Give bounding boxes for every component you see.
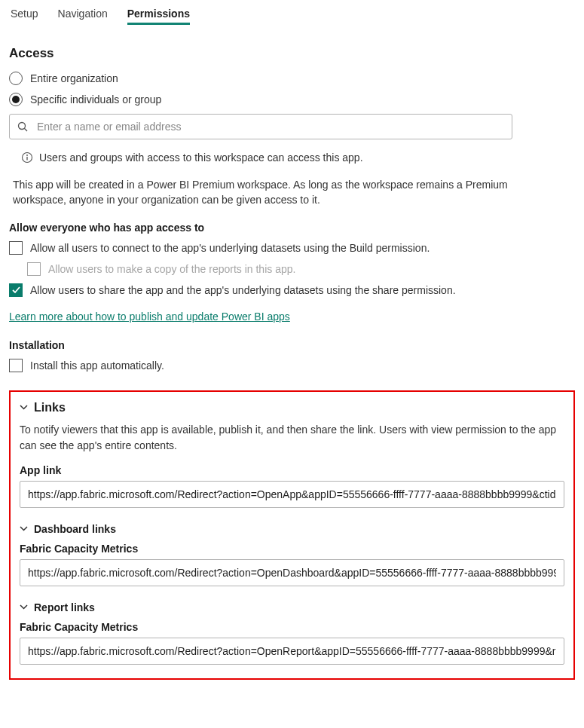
checkbox-share-permission[interactable] [9,283,23,297]
radio-row-specific[interactable]: Specific individuals or group [9,93,575,106]
chevron-down-icon [20,603,28,611]
radio-specific-individuals[interactable] [9,93,23,106]
links-description: To notify viewers that this app is avail… [20,422,564,454]
tab-permissions[interactable]: Permissions [127,8,190,25]
info-row: Users and groups with access to this wor… [21,151,575,164]
allow-heading: Allow everyone who has app access to [9,222,575,234]
premium-note: This app will be created in a Power BI P… [13,177,563,208]
check-row-copy: Allow users to make a copy of the report… [27,262,575,276]
access-heading: Access [9,46,575,61]
learn-more-link[interactable]: Learn more about how to publish and upda… [9,310,290,323]
dashboard-item-label: Fabric Capacity Metrics [20,543,564,555]
installation-heading: Installation [9,339,575,351]
report-links-heading: Report links [34,601,95,613]
links-section: Links To notify viewers that this app is… [9,390,575,680]
search-box[interactable] [9,114,512,139]
info-text: Users and groups with access to this wor… [39,151,363,164]
radio-row-entire-organization[interactable]: Entire organization [9,72,575,85]
checkbox-share-label: Allow users to share the app and the app… [30,284,456,296]
radio-entire-organization[interactable] [9,72,23,85]
check-row-install[interactable]: Install this app automatically. [9,359,575,372]
checkbox-install-auto[interactable] [9,359,23,372]
radio-label-entire-organization: Entire organization [30,72,118,84]
tab-bar: Setup Navigation Permissions [9,8,575,25]
checkbox-copy-reports [27,262,41,276]
report-link-input[interactable] [20,638,564,665]
dashboard-links-toggle[interactable]: Dashboard links [20,523,564,535]
links-heading-toggle[interactable]: Links [20,401,564,414]
search-icon [17,121,28,132]
check-row-build[interactable]: Allow all users to connect to the app's … [9,241,575,255]
checkbox-build-label: Allow all users to connect to the app's … [30,242,430,254]
radio-label-specific: Specific individuals or group [30,93,161,106]
search-input[interactable] [35,120,504,133]
links-heading: Links [34,401,66,414]
app-link-input[interactable] [20,481,564,508]
app-link-label: App link [20,464,564,476]
check-icon [11,286,21,294]
dashboard-link-input[interactable] [20,559,564,586]
tab-setup[interactable]: Setup [11,8,38,25]
report-item-label: Fabric Capacity Metrics [20,621,564,633]
info-icon [21,151,33,164]
chevron-down-icon [20,525,28,533]
chevron-down-icon [20,403,28,411]
tab-navigation[interactable]: Navigation [58,8,108,25]
report-links-toggle[interactable]: Report links [20,601,564,613]
check-row-share[interactable]: Allow users to share the app and the app… [9,283,575,297]
checkbox-install-label: Install this app automatically. [30,359,164,372]
checkbox-build-permission[interactable] [9,241,23,255]
checkbox-copy-label: Allow users to make a copy of the report… [48,263,295,275]
dashboard-links-heading: Dashboard links [34,523,116,535]
